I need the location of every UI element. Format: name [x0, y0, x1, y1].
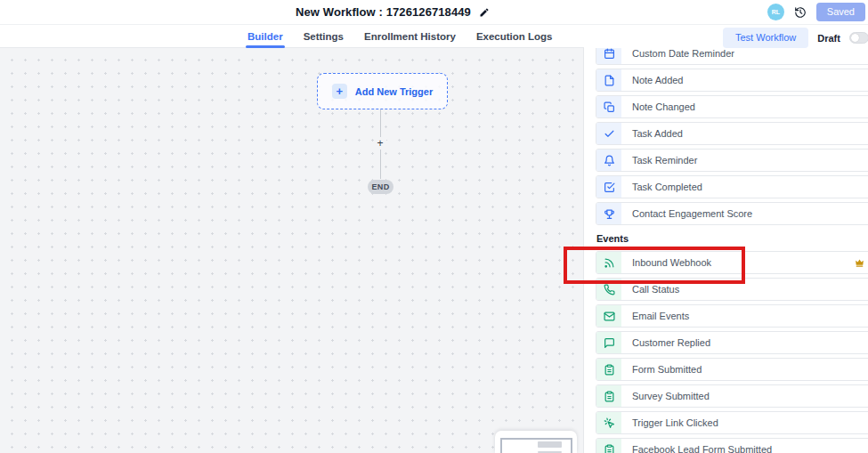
workflow-actions: Test Workflow Draft Publish: [723, 28, 868, 48]
task-completed-icon: [596, 176, 621, 198]
trigger-item-contact-engagement-score[interactable]: Contact Engagement Score: [596, 202, 868, 225]
workflow-canvas[interactable]: + Add New Trigger + END: [0, 48, 584, 453]
trigger-item-email-events[interactable]: Email Events: [596, 304, 868, 328]
trigger-item-label: Contact Engagement Score: [632, 208, 752, 219]
plus-icon: +: [332, 84, 347, 99]
link-click-icon: [596, 412, 621, 433]
draft-label: Draft: [817, 33, 840, 44]
trigger-item-label: Call Status: [632, 284, 679, 295]
webhook-icon: [596, 252, 621, 273]
phone-icon: [596, 279, 621, 300]
version-history-icon[interactable]: [794, 6, 807, 19]
note-changed-icon: [596, 96, 621, 117]
trigger-item-label: Email Events: [632, 311, 689, 321]
trophy-icon: [596, 203, 621, 224]
app-header: New Workflow : 1726126718449 RL Saved: [0, 0, 868, 25]
trigger-item-label: Customer Replied: [632, 337, 710, 348]
section-header-events: Events: [596, 233, 868, 244]
trigger-item-label: Note Added: [632, 75, 684, 85]
trigger-item-label: Facebook Lead Form Submitted: [632, 444, 772, 453]
trigger-list: Custom Date ReminderNote AddedNote Chang…: [584, 46, 868, 453]
email-icon: [596, 305, 621, 327]
page-title: New Workflow : 1726126718449: [296, 5, 471, 19]
trigger-item-customer-replied[interactable]: Customer Replied: [596, 331, 868, 354]
trigger-item-note-added[interactable]: Note Added: [596, 69, 868, 92]
calendar-icon: [596, 46, 621, 64]
workflow-title-group: New Workflow : 1726126718449: [296, 5, 490, 19]
preview-skeleton-bar: [538, 441, 562, 448]
trigger-item-label: Custom Date Reminder: [632, 48, 734, 59]
trigger-item-form-submitted[interactable]: Form Submitted: [596, 358, 868, 381]
tab-bar-tabs: BuilderSettingsEnrollment HistoryExecuti…: [247, 25, 553, 48]
survey-icon: [596, 385, 621, 407]
trigger-item-inbound-webhook[interactable]: Inbound Webhook: [596, 251, 868, 274]
check-icon: [596, 123, 621, 144]
trigger-item-label: Task Completed: [632, 182, 702, 192]
tab-execution-logs[interactable]: Execution Logs: [476, 25, 553, 48]
tab-builder[interactable]: Builder: [247, 25, 283, 48]
trigger-item-label: Note Changed: [632, 101, 695, 112]
bell-icon: [596, 150, 621, 171]
publish-toggle[interactable]: [849, 32, 868, 44]
trigger-item-label: Inbound Webhook: [632, 257, 711, 268]
trigger-item-task-reminder[interactable]: Task Reminder: [596, 149, 868, 172]
toggle-knob: [851, 34, 859, 42]
trigger-item-label: Form Submitted: [632, 364, 702, 375]
facebook-form-icon: [596, 439, 621, 453]
tab-settings[interactable]: Settings: [304, 25, 344, 48]
trigger-item-call-status[interactable]: Call Status: [596, 278, 868, 301]
saved-button[interactable]: Saved: [816, 3, 865, 21]
trigger-picker-sidebar: Custom Date ReminderNote AddedNote Chang…: [583, 46, 868, 453]
preview-popup-card: [495, 431, 577, 453]
trigger-item-task-completed[interactable]: Task Completed: [596, 175, 868, 198]
add-step-plus-icon[interactable]: +: [374, 137, 386, 150]
trigger-item-survey-submitted[interactable]: Survey Submitted: [596, 384, 868, 408]
trigger-item-label: Task Reminder: [632, 155, 697, 166]
trigger-item-label: Task Added: [632, 128, 683, 139]
trigger-item-task-added[interactable]: Task Added: [596, 122, 868, 145]
edit-title-pencil-icon[interactable]: [479, 7, 490, 18]
end-node: END: [368, 180, 393, 194]
chat-icon: [596, 332, 621, 353]
premium-crown-icon: [854, 257, 865, 269]
add-trigger-label: Add New Trigger: [355, 86, 433, 97]
header-right-controls: RL Saved: [767, 3, 865, 21]
tab-enrollment-history[interactable]: Enrollment History: [364, 25, 456, 48]
trigger-item-label: Survey Submitted: [632, 391, 710, 401]
trigger-item-label: Trigger Link Clicked: [632, 417, 718, 428]
trigger-item-custom-date-reminder[interactable]: Custom Date Reminder: [596, 46, 868, 65]
test-workflow-button[interactable]: Test Workflow: [723, 28, 808, 48]
tab-bar: BuilderSettingsEnrollment HistoryExecuti…: [0, 25, 868, 48]
trigger-item-trigger-link-clicked[interactable]: Trigger Link Clicked: [596, 411, 868, 434]
form-icon: [596, 359, 621, 380]
add-new-trigger-button[interactable]: + Add New Trigger: [317, 73, 448, 109]
note-icon: [596, 69, 621, 91]
avatar[interactable]: RL: [767, 4, 784, 20]
trigger-item-facebook-lead-form-submitted[interactable]: Facebook Lead Form Submitted: [596, 438, 868, 453]
trigger-item-note-changed[interactable]: Note Changed: [596, 95, 868, 118]
